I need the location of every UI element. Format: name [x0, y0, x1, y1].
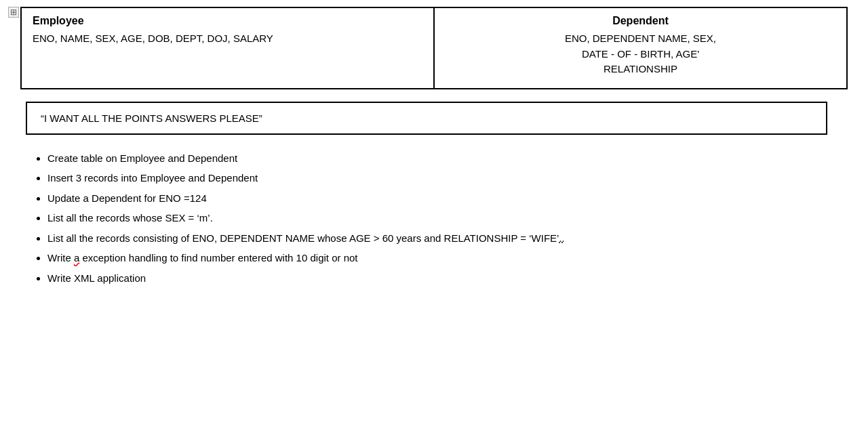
list-item: Write a exception handling to find numbe… [47, 249, 848, 267]
employee-fields: ENO, NAME, SEX, AGE, DOB, DEPT, DOJ, SAL… [33, 31, 422, 47]
list-item: Write XML application [47, 270, 848, 287]
list-item: List all the records consisting of ENO, … [47, 230, 848, 247]
dependent-fields: ENO, DEPENDENT NAME, SEX, DATE - OF - BI… [446, 31, 835, 77]
employee-title: Employee [33, 15, 422, 27]
list-item: Create table on Employee and Dependent [47, 150, 848, 167]
list-item: List all the records whose SEX = ‘m’. [47, 209, 848, 227]
request-text: “I WANT ALL THE POINTS ANSWERS PLEASE” [41, 112, 262, 124]
dependent-cell: Dependent ENO, DEPENDENT NAME, SEX, DATE… [434, 7, 847, 89]
page-wrapper: ⊞ Employee ENO, NAME, SEX, AGE, DOB, DEP… [20, 7, 848, 287]
bullet-list: Create table on Employee and Dependent I… [47, 150, 848, 287]
dependent-title: Dependent [446, 15, 835, 27]
employee-cell: Employee ENO, NAME, SEX, AGE, DOB, DEPT,… [21, 7, 434, 89]
expand-icon[interactable]: ⊞ [8, 7, 19, 18]
list-item: Update a Dependent for ENO =124 [47, 190, 848, 207]
list-item: Insert 3 records into Employee and Depen… [47, 169, 848, 187]
request-box: “I WANT ALL THE POINTS ANSWERS PLEASE” [26, 102, 827, 135]
schema-table: Employee ENO, NAME, SEX, AGE, DOB, DEPT,… [20, 7, 848, 89]
